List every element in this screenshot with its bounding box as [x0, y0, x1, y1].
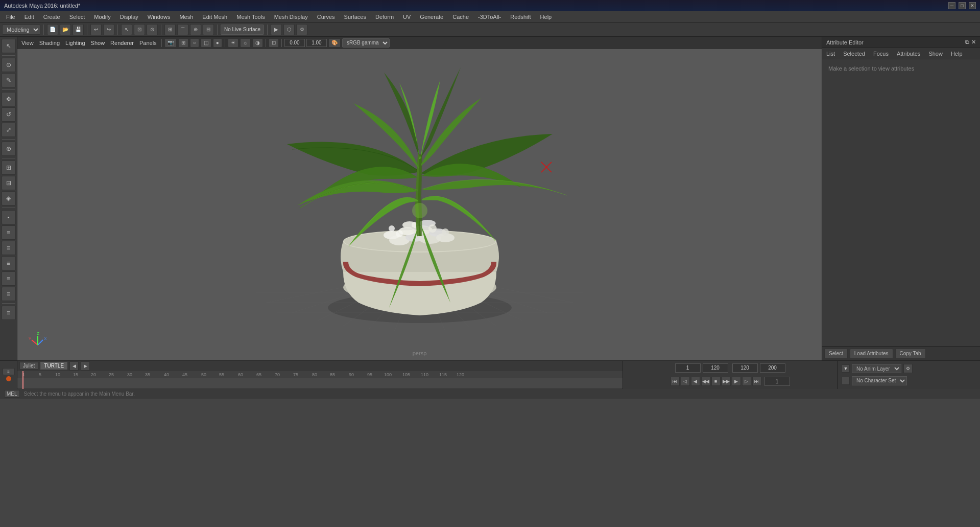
channel-box[interactable]: ≡	[2, 241, 16, 255]
stop-btn[interactable]: ■	[711, 377, 721, 386]
vp-smooth-btn[interactable]: ●	[213, 38, 222, 48]
paint-tool[interactable]: ✎	[2, 73, 16, 87]
viewport[interactable]: View Shading Lighting Show Renderer Pane…	[17, 37, 822, 360]
new-scene-btn[interactable]: 📄	[47, 24, 58, 35]
char-set-dropdown[interactable]: No Character Set	[852, 376, 907, 385]
outliner-btn[interactable]: ≡	[2, 271, 16, 286]
move-tool[interactable]: ✥	[2, 92, 16, 106]
show-manipulator[interactable]: ⊕	[2, 142, 16, 156]
vp-menu-show[interactable]: Show	[89, 40, 107, 46]
component-type[interactable]: ⊟	[2, 176, 16, 190]
step-fwd-key-btn[interactable]: ▷	[742, 377, 751, 386]
render-region[interactable]: ▪	[2, 210, 16, 224]
ae-copy-tab-btn[interactable]: Copy Tab	[895, 349, 926, 359]
ae-tab-list[interactable]: List	[824, 50, 837, 58]
play-fwd-btn[interactable]: ▶▶	[722, 377, 731, 386]
attr-editor-float-btn[interactable]: ⧉	[965, 39, 969, 45]
vp-value2-input[interactable]	[306, 39, 327, 47]
play-back-btn[interactable]: ◀◀	[701, 377, 710, 386]
skip-to-end-btn[interactable]: ⏭	[752, 377, 761, 386]
menu-mesh-tools[interactable]: Mesh Tools	[232, 13, 269, 21]
step-fwd-btn[interactable]: ▶	[732, 377, 741, 386]
undo-btn[interactable]: ↩	[90, 24, 102, 35]
ae-load-btn[interactable]: Load Attributes	[850, 349, 893, 359]
save-scene-btn[interactable]: 💾	[73, 24, 84, 35]
lasso-btn[interactable]: ⊙	[147, 24, 158, 35]
mel-label[interactable]: MEL	[4, 390, 20, 398]
live-surface-indicator[interactable]: No Live Surface	[221, 25, 264, 35]
attr-editor-btn[interactable]: ≡	[2, 256, 16, 270]
select-mode-btn[interactable]: ⊡	[134, 24, 145, 35]
rotate-tool[interactable]: ↺	[2, 107, 16, 122]
menu-display[interactable]: Display	[116, 13, 142, 21]
menu-edit-mesh[interactable]: Edit Mesh	[198, 13, 231, 21]
vp-wireframe-btn[interactable]: ◫	[201, 38, 211, 48]
timeline-track[interactable]: 1 5 10 15 20 25 30 35 40 45 50 55 60 65 …	[17, 371, 623, 389]
vp-menu-panels[interactable]: Panels	[137, 40, 159, 46]
vp-light1-btn[interactable]: ☀	[228, 38, 238, 48]
timeline-prev-tab[interactable]: ◀	[69, 361, 79, 371]
close-button[interactable]: ✕	[969, 2, 976, 9]
bullet-indicator[interactable]	[6, 376, 11, 381]
ae-tab-focus[interactable]: Focus	[871, 50, 891, 58]
snap-grid-btn[interactable]: ⊞	[164, 24, 176, 35]
vp-grid-btn[interactable]: ⊞	[178, 38, 188, 48]
ae-tab-show[interactable]: Show	[926, 50, 945, 58]
menu-surfaces[interactable]: Surfaces	[340, 13, 370, 21]
menu-windows[interactable]: Windows	[144, 13, 175, 21]
vp-light2-btn[interactable]: ☼	[240, 38, 251, 48]
menu-redshift[interactable]: Redshift	[506, 13, 535, 21]
tool-settings[interactable]: ≡	[2, 225, 16, 240]
snap-point-btn[interactable]: ⊕	[190, 24, 201, 35]
menu-create[interactable]: Create	[39, 13, 64, 21]
mode-dropdown[interactable]: Modeling	[2, 25, 40, 35]
step-back-key-btn[interactable]: ◁	[681, 377, 690, 386]
vp-shadow-btn[interactable]: ◑	[252, 38, 263, 48]
menu-uv[interactable]: UV	[399, 13, 415, 21]
anim-layer-toggle[interactable]: ▼	[842, 364, 850, 373]
turtle-tab[interactable]: TURTLE	[40, 362, 67, 370]
skip-to-start-btn[interactable]: ⏮	[671, 377, 680, 386]
scale-tool[interactable]: ⤢	[2, 123, 16, 137]
anim-layer-dropdown[interactable]: No Anim Layer	[852, 364, 901, 373]
vp-isolate-btn[interactable]: ⊡	[269, 38, 279, 48]
vp-value1-input[interactable]	[284, 39, 305, 47]
ae-select-btn[interactable]: Select	[824, 349, 848, 359]
ae-tab-attributes[interactable]: Attributes	[895, 50, 922, 58]
soft-select[interactable]: ⊞	[2, 161, 16, 175]
menu-cache[interactable]: Cache	[448, 13, 473, 21]
menu-curves[interactable]: Curves	[313, 13, 339, 21]
redo-btn[interactable]: ↪	[103, 24, 114, 35]
vp-menu-view[interactable]: View	[19, 40, 36, 46]
ae-tab-help[interactable]: Help	[949, 50, 965, 58]
char-set-toggle[interactable]	[842, 377, 850, 385]
menu-generate[interactable]: Generate	[416, 13, 447, 21]
open-scene-btn[interactable]: 📂	[60, 24, 71, 35]
ae-tab-selected[interactable]: Selected	[841, 50, 867, 58]
anim-layer-settings-btn[interactable]: ⚙	[903, 364, 913, 373]
select-tool[interactable]: ↖	[2, 39, 16, 53]
step-back-btn[interactable]: ◀	[691, 377, 700, 386]
attr-editor-close-btn[interactable]: ✕	[971, 39, 976, 45]
juliet-tab[interactable]: Juliet	[19, 362, 38, 370]
menu-3dtoall[interactable]: -3DToAll-	[474, 13, 505, 21]
menu-mesh-display[interactable]: Mesh Display	[270, 13, 312, 21]
menu-edit[interactable]: Edit	[20, 13, 38, 21]
vp-menu-renderer[interactable]: Renderer	[108, 40, 136, 46]
misc-btn[interactable]: ≡	[2, 306, 16, 320]
anim-menu-btn[interactable]: ≡	[3, 368, 15, 375]
snap-view-btn[interactable]: ⊟	[203, 24, 214, 35]
menu-deform[interactable]: Deform	[371, 13, 398, 21]
vp-camera-btn[interactable]: 📷	[164, 38, 177, 48]
vp-menu-lighting[interactable]: Lighting	[63, 40, 87, 46]
menu-file[interactable]: File	[2, 13, 19, 21]
vp-obj-btn[interactable]: ○	[190, 38, 199, 48]
snap-curve-btn[interactable]: ⌒	[177, 24, 188, 35]
render-btn[interactable]: ▶	[271, 24, 282, 35]
menu-help[interactable]: Help	[536, 13, 556, 21]
node-editor-btn[interactable]: ≡	[2, 287, 16, 301]
vp-colorspace-dropdown[interactable]: sRGB gamma	[342, 38, 390, 48]
lasso-tool[interactable]: ⊙	[2, 58, 16, 72]
maximize-button[interactable]: □	[959, 2, 966, 9]
snap-to-poly[interactable]: ◈	[2, 191, 16, 205]
